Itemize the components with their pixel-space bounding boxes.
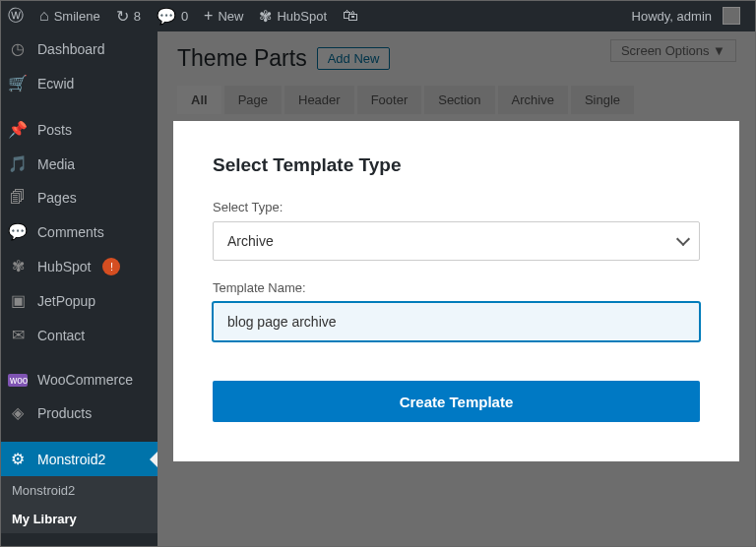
comment-icon: 💬 <box>8 222 28 241</box>
template-name-input[interactable] <box>213 302 700 341</box>
plus-icon: + <box>204 7 213 25</box>
sidebar-item-media[interactable]: 🎵Media <box>0 147 158 181</box>
sidebar-item-hubspot[interactable]: ✾HubSpot! <box>0 249 158 283</box>
sidebar-item-label: Products <box>37 405 92 421</box>
dashboard-icon: ◷ <box>8 39 28 58</box>
select-value: Archive <box>227 233 274 249</box>
sidebar-item-label: Dashboard <box>37 41 105 57</box>
sidebar-item-pages[interactable]: 🗐Pages <box>0 181 158 214</box>
pin-icon: 📌 <box>8 120 28 139</box>
hubspot-label: HubSpot <box>277 9 327 24</box>
sidebar-item-label: JetPopup <box>37 293 95 309</box>
ecwid-bar-link[interactable]: 🛍 <box>335 0 366 31</box>
account-link[interactable]: Howdy, admin <box>624 0 748 31</box>
new-link[interactable]: +New <box>196 0 251 31</box>
cart-icon: 🛒 <box>8 74 28 92</box>
template-modal: Select Template Type Select Type: Archiv… <box>173 121 739 461</box>
notification-badge: ! <box>102 258 120 275</box>
mail-icon: ✉ <box>8 326 28 344</box>
select-type-label: Select Type: <box>213 200 700 214</box>
new-label: New <box>218 9 243 24</box>
sidebar-item-label: Pages <box>37 190 77 206</box>
sidebar-item-label: WooCommerce <box>37 372 133 388</box>
hubspot-link[interactable]: ✾HubSpot <box>251 0 335 31</box>
home-icon: ⌂ <box>39 7 49 25</box>
admin-sidebar: ◷Dashboard 🛒Ecwid 📌Posts 🎵Media 🗐Pages 💬… <box>0 31 158 547</box>
hubspot-icon: ✾ <box>8 257 28 275</box>
avatar <box>723 7 740 25</box>
greeting: Howdy, admin <box>632 9 712 24</box>
submenu-item-monstroid2[interactable]: Monstroid2 <box>0 476 158 505</box>
wordpress-icon: ⓦ <box>8 6 24 27</box>
sidebar-item-jetpopup[interactable]: ▣JetPopup <box>0 283 158 318</box>
sidebar-item-dashboard[interactable]: ◷Dashboard <box>0 31 158 66</box>
site-link[interactable]: ⌂Smilene <box>32 0 108 31</box>
sidebar-item-posts[interactable]: 📌Posts <box>0 112 158 147</box>
sidebar-item-comments[interactable]: 💬Comments <box>0 214 158 249</box>
comments-link[interactable]: 💬0 <box>149 0 196 31</box>
sidebar-item-contact[interactable]: ✉Contact <box>0 318 158 352</box>
popup-icon: ▣ <box>8 291 28 310</box>
sidebar-item-label: Monstroid2 <box>37 452 105 467</box>
sidebar-item-label: Comments <box>37 224 104 240</box>
site-name: Smilene <box>54 9 100 24</box>
updates-count: 8 <box>134 9 141 24</box>
sidebar-item-label: Posts <box>37 122 72 138</box>
modal-title: Select Template Type <box>213 154 700 176</box>
admin-bar: ⓦ ⌂Smilene ↻8 💬0 +New ✾HubSpot 🛍 Howdy, … <box>0 0 756 31</box>
wp-logo[interactable]: ⓦ <box>0 0 32 31</box>
create-template-button[interactable]: Create Template <box>213 381 700 422</box>
comments-count: 0 <box>181 9 188 24</box>
template-name-label: Template Name: <box>213 280 700 295</box>
hubspot-icon: ✾ <box>259 7 272 26</box>
woo-icon: woo <box>8 374 28 387</box>
sidebar-item-label: Contact <box>37 328 85 343</box>
sidebar-item-label: HubSpot <box>37 259 91 274</box>
updates-link[interactable]: ↻8 <box>108 0 149 31</box>
refresh-icon: ↻ <box>116 7 129 26</box>
page-icon: 🗐 <box>8 189 28 207</box>
sidebar-item-ecwid[interactable]: 🛒Ecwid <box>0 66 158 100</box>
submenu-item-my-library[interactable]: My Library <box>0 505 158 533</box>
comment-icon: 💬 <box>157 7 176 26</box>
sidebar-item-label: Ecwid <box>37 76 74 91</box>
sidebar-item-label: Media <box>37 156 75 172</box>
submenu: Monstroid2 My Library <box>0 476 158 533</box>
media-icon: 🎵 <box>8 154 28 173</box>
select-type-dropdown[interactable]: Archive <box>213 221 700 261</box>
gear-icon: ⚙ <box>8 450 28 468</box>
product-icon: ◈ <box>8 403 28 422</box>
sidebar-item-products[interactable]: ◈Products <box>0 395 158 430</box>
sidebar-item-woocommerce[interactable]: wooWooCommerce <box>0 364 158 395</box>
sidebar-item-monstroid2[interactable]: ⚙Monstroid2 <box>0 442 158 476</box>
bag-icon: 🛍 <box>343 7 358 25</box>
